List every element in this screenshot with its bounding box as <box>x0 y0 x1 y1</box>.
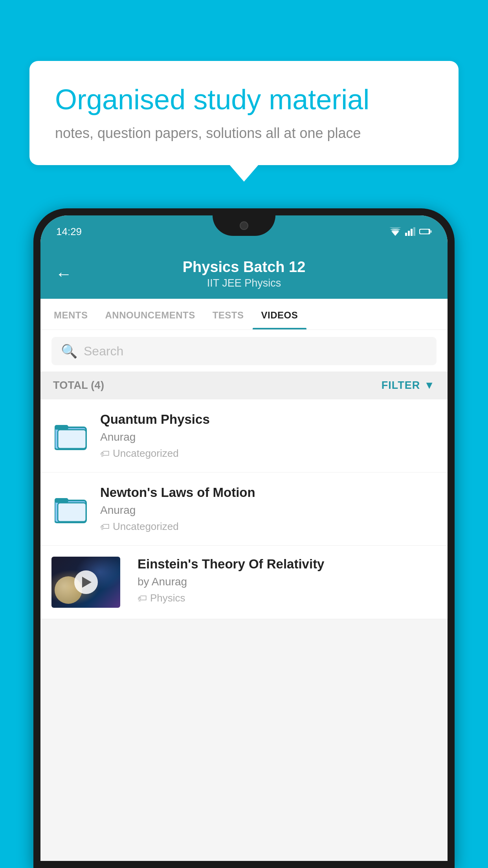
video-title: Newton's Laws of Motion <box>100 485 437 500</box>
filter-icon: ▼ <box>424 379 435 392</box>
svg-rect-16 <box>55 498 68 503</box>
video-title: Einstein's Theory Of Relativity <box>138 557 437 572</box>
notch <box>213 215 275 236</box>
phone-frame: 14:29 <box>33 208 455 868</box>
tabs-bar: MENTS ANNOUNCEMENTS TESTS VIDEOS <box>40 299 448 330</box>
bubble-title: Organised study material <box>55 83 433 116</box>
svg-rect-17 <box>58 503 86 522</box>
wifi-icon <box>389 227 401 236</box>
status-bar: 14:29 <box>40 215 448 248</box>
phone-inner: 14:29 <box>40 215 448 861</box>
folder-icon-wrap <box>51 420 91 452</box>
battery-icon <box>419 228 432 235</box>
search-box[interactable]: 🔍 Search <box>51 337 437 365</box>
video-author: Anurag <box>100 504 437 517</box>
folder-icon <box>55 420 88 452</box>
tag-icon: 🏷 <box>100 521 110 532</box>
play-button[interactable] <box>74 570 98 594</box>
filter-button[interactable]: FILTER ▼ <box>382 379 435 392</box>
tab-announcements[interactable]: ANNOUNCEMENTS <box>97 299 204 329</box>
filter-bar: TOTAL (4) FILTER ▼ <box>40 371 448 399</box>
filter-label: FILTER <box>382 379 420 392</box>
list-item[interactable]: Einstein's Theory Of Relativity by Anura… <box>40 546 448 619</box>
thumb-bg <box>51 557 120 608</box>
svg-rect-4 <box>408 231 410 236</box>
video-tag: 🏷 Uncategorized <box>100 520 437 533</box>
video-tag: 🏷 Physics <box>138 592 437 604</box>
status-time: 14:29 <box>56 226 82 238</box>
video-author: by Anurag <box>138 576 437 588</box>
svg-rect-8 <box>430 230 432 233</box>
tag-icon: 🏷 <box>100 448 110 459</box>
tab-ments[interactable]: MENTS <box>45 299 97 329</box>
tag-label: Uncategorized <box>113 447 179 460</box>
search-icon: 🔍 <box>61 343 77 359</box>
speech-bubble: Organised study material notes, question… <box>29 61 459 165</box>
header-title: Physics Batch 12 <box>183 259 306 276</box>
svg-rect-12 <box>55 425 68 430</box>
tag-icon: 🏷 <box>138 593 147 604</box>
folder-icon-wrap <box>51 493 91 525</box>
speech-bubble-container: Organised study material notes, question… <box>29 61 459 165</box>
video-list: Quantum Physics Anurag 🏷 Uncategorized <box>40 399 448 619</box>
total-count: TOTAL (4) <box>53 379 104 392</box>
list-item[interactable]: Quantum Physics Anurag 🏷 Uncategorized <box>40 399 448 473</box>
tag-label: Uncategorized <box>113 520 179 533</box>
camera <box>240 221 248 230</box>
video-info: Quantum Physics Anurag 🏷 Uncategorized <box>100 412 437 460</box>
svg-rect-6 <box>413 227 415 236</box>
list-item[interactable]: Newton's Laws of Motion Anurag 🏷 Uncateg… <box>40 473 448 546</box>
svg-rect-13 <box>58 430 86 449</box>
tab-videos[interactable]: VIDEOS <box>253 299 307 329</box>
folder-icon <box>55 493 88 525</box>
video-info: Newton's Laws of Motion Anurag 🏷 Uncateg… <box>100 485 437 533</box>
header-subtitle: IIT JEE Physics <box>183 277 306 289</box>
app-header: ← Physics Batch 12 IIT JEE Physics <box>40 248 448 299</box>
tab-tests[interactable]: TESTS <box>204 299 253 329</box>
status-icons <box>389 227 432 236</box>
signal-icon <box>405 227 415 236</box>
header-title-group: Physics Batch 12 IIT JEE Physics <box>183 259 306 289</box>
back-button[interactable]: ← <box>55 266 72 282</box>
video-title: Quantum Physics <box>100 412 437 427</box>
search-placeholder: Search <box>84 344 123 359</box>
tag-label: Physics <box>150 592 185 604</box>
video-thumbnail <box>51 557 120 608</box>
bubble-subtitle: notes, question papers, solutions all at… <box>55 125 433 142</box>
play-triangle <box>82 577 92 588</box>
video-info: Einstein's Theory Of Relativity by Anura… <box>138 557 437 604</box>
video-tag: 🏷 Uncategorized <box>100 447 437 460</box>
search-container: 🔍 Search <box>40 330 448 371</box>
svg-rect-3 <box>405 233 407 236</box>
svg-rect-9 <box>420 230 429 234</box>
video-author: Anurag <box>100 431 437 443</box>
svg-rect-5 <box>411 229 413 236</box>
